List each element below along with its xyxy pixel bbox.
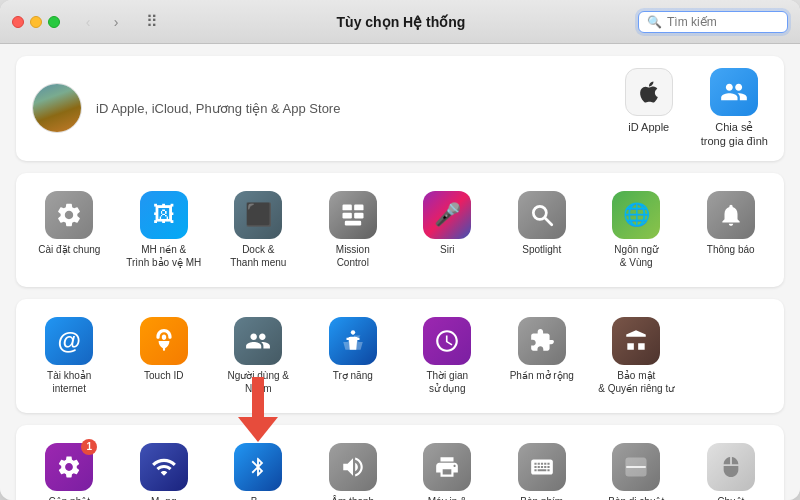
mission-control-icon — [329, 191, 377, 239]
spotlight-icon — [518, 191, 566, 239]
family-sharing-icon-item[interactable]: Chia sẻtrong gia đình — [701, 68, 768, 149]
bluetooth-icon — [234, 443, 282, 491]
notifications-icon — [707, 191, 755, 239]
grid-view-button[interactable]: ⠿ — [140, 10, 164, 34]
grid-section-row3: 1 Cập nhậtphần mềm Mạng — [16, 425, 784, 500]
extensions-item[interactable]: Phần mở rộng — [497, 311, 588, 401]
screen-time-item[interactable]: Thời giansử dụng — [402, 311, 493, 401]
window-title: Tùy chọn Hệ thống — [172, 14, 630, 30]
printer-icon — [423, 443, 471, 491]
sound-label: Âm thanh — [331, 495, 374, 500]
touch-id-icon — [140, 317, 188, 365]
svg-rect-1 — [354, 204, 363, 210]
empty-item-1 — [686, 311, 777, 401]
minimize-button[interactable] — [30, 16, 42, 28]
avatar[interactable] — [32, 83, 82, 133]
accessibility-icon — [329, 317, 377, 365]
user-info: iD Apple, iCloud, Phương tiện & App Stor… — [96, 99, 603, 117]
search-input[interactable] — [667, 15, 779, 29]
language-label: Ngôn ngữ& Vùng — [614, 243, 658, 269]
screen-time-icon — [423, 317, 471, 365]
back-button[interactable]: ‹ — [76, 10, 100, 34]
printer-item[interactable]: Máy in &Máy quét — [402, 437, 493, 500]
dock-label: Dock &Thanh menu — [230, 243, 286, 269]
close-button[interactable] — [12, 16, 24, 28]
language-item[interactable]: 🌐 Ngôn ngữ& Vùng — [591, 185, 682, 275]
dock-icon: ⬛ — [234, 191, 282, 239]
update-badge: 1 — [81, 439, 97, 455]
user-description: iD Apple, iCloud, Phương tiện & App Stor… — [96, 101, 340, 116]
family-sharing-icon — [710, 68, 758, 116]
software-update-label: Cập nhậtphần mềm — [45, 495, 93, 500]
maximize-button[interactable] — [48, 16, 60, 28]
notifications-item[interactable]: Thông báo — [686, 185, 777, 275]
trackpad-item[interactable]: Bàn di chuột — [591, 437, 682, 500]
users-groups-item[interactable]: Người dùng &Nhóm — [213, 311, 304, 401]
users-groups-icon — [234, 317, 282, 365]
touch-id-item[interactable]: Touch ID — [119, 311, 210, 401]
bluetooth-item[interactable]: B... — [213, 437, 304, 500]
screen-time-label: Thời giansử dụng — [426, 369, 468, 395]
software-update-icon: 1 — [45, 443, 93, 491]
sound-icon — [329, 443, 377, 491]
nav-buttons: ‹ › — [76, 10, 128, 34]
internet-accounts-label: Tài khoảninternet — [47, 369, 91, 395]
siri-item[interactable]: 🎤 Siri — [402, 185, 493, 275]
printer-label: Máy in &Máy quét — [427, 495, 468, 500]
forward-button[interactable]: › — [104, 10, 128, 34]
apple-id-icon — [625, 68, 673, 116]
notifications-label: Thông báo — [707, 243, 755, 256]
siri-label: Siri — [440, 243, 454, 256]
content-area: iD Apple, iCloud, Phương tiện & App Stor… — [0, 44, 800, 500]
trackpad-label: Bàn di chuột — [608, 495, 664, 500]
svg-rect-2 — [342, 212, 351, 218]
dock-item[interactable]: ⬛ Dock &Thanh menu — [213, 185, 304, 275]
spotlight-label: Spotlight — [522, 243, 561, 256]
icon-grid-row3: 1 Cập nhậtphần mềm Mạng — [24, 437, 776, 500]
extensions-label: Phần mở rộng — [510, 369, 574, 382]
accessibility-item[interactable]: Trợ năng — [308, 311, 399, 401]
mouse-item[interactable]: Chuột — [686, 437, 777, 500]
sound-item[interactable]: Âm thanh — [308, 437, 399, 500]
mouse-label: Chuột — [717, 495, 744, 500]
mouse-icon — [707, 443, 755, 491]
general-label: Cài đặt chung — [38, 243, 100, 256]
svg-rect-4 — [345, 220, 361, 225]
general-item[interactable]: Cài đặt chung — [24, 185, 115, 275]
keyboard-item[interactable]: Bàn phím — [497, 437, 588, 500]
language-icon: 🌐 — [612, 191, 660, 239]
mission-control-item[interactable]: MissionControl — [308, 185, 399, 275]
traffic-lights — [12, 16, 60, 28]
touch-id-label: Touch ID — [144, 369, 183, 382]
software-update-item[interactable]: 1 Cập nhậtphần mềm — [24, 437, 115, 500]
network-item[interactable]: Mạng — [119, 437, 210, 500]
security-label: Bảo mật& Quyền riêng tư — [598, 369, 674, 395]
apple-id-icon-item[interactable]: iD Apple — [617, 68, 681, 149]
trackpad-icon — [612, 443, 660, 491]
general-icon — [45, 191, 93, 239]
wallpaper-label: MH nền &Trình bảo vệ MH — [126, 243, 201, 269]
network-icon — [140, 443, 188, 491]
internet-accounts-icon: @ — [45, 317, 93, 365]
security-icon — [612, 317, 660, 365]
siri-icon: 🎤 — [423, 191, 471, 239]
apple-id-label: iD Apple — [628, 120, 669, 134]
search-box[interactable]: 🔍 — [638, 11, 788, 33]
security-item[interactable]: Bảo mật& Quyền riêng tư — [591, 311, 682, 401]
network-label: Mạng — [151, 495, 176, 500]
spotlight-item[interactable]: Spotlight — [497, 185, 588, 275]
icon-grid-row1: Cài đặt chung 🖼 MH nền &Trình bảo vệ MH … — [24, 185, 776, 275]
internet-accounts-item[interactable]: @ Tài khoảninternet — [24, 311, 115, 401]
system-preferences-window: ‹ › ⠿ Tùy chọn Hệ thống 🔍 iD Apple, iClo… — [0, 0, 800, 500]
svg-rect-0 — [342, 204, 351, 210]
grid-section-row1: Cài đặt chung 🖼 MH nền &Trình bảo vệ MH … — [16, 173, 784, 287]
wallpaper-item[interactable]: 🖼 MH nền &Trình bảo vệ MH — [119, 185, 210, 275]
mission-control-label: MissionControl — [336, 243, 370, 269]
bluetooth-label: B... — [251, 495, 266, 500]
user-section-icons: iD Apple Chia sẻtrong gia đình — [617, 68, 768, 149]
extensions-icon — [518, 317, 566, 365]
svg-marker-9 — [238, 417, 278, 442]
svg-line-6 — [545, 218, 552, 225]
accessibility-label: Trợ năng — [333, 369, 373, 382]
svg-rect-3 — [354, 212, 363, 218]
